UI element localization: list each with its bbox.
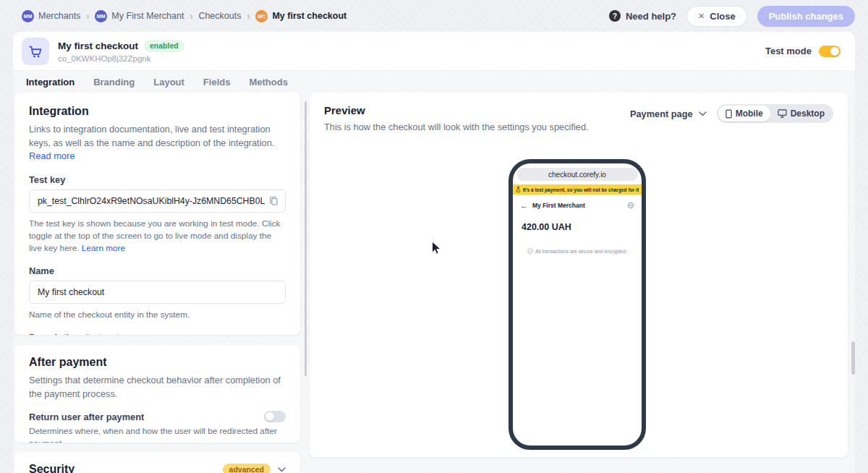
breadcrumb-separator: › bbox=[190, 10, 192, 22]
after-payment-section: After payment Settings that determine ch… bbox=[14, 345, 300, 443]
description-label: DescriptionOptional bbox=[29, 332, 286, 335]
device-segmented-control: Mobile Desktop bbox=[717, 104, 833, 123]
name-field-wrap bbox=[29, 281, 286, 304]
preview-title: Preview bbox=[324, 104, 589, 116]
breadcrumb-checkouts-label: Checkouts bbox=[198, 11, 241, 21]
question-icon: ? bbox=[609, 10, 621, 22]
desktop-toggle-button[interactable]: Desktop bbox=[770, 106, 832, 122]
breadcrumb-current-checkout[interactable]: MC My first checkout bbox=[255, 10, 346, 22]
test-key-field-wrap bbox=[29, 189, 286, 213]
integration-section: Integration Links to integration documen… bbox=[14, 93, 300, 335]
read-more-link[interactable]: Read more bbox=[29, 150, 75, 161]
tab-branding[interactable]: Branding bbox=[93, 77, 135, 94]
main-container: My first checkout enabled co_0KWKHOp8j32… bbox=[13, 32, 855, 473]
after-payment-title: After payment bbox=[29, 356, 286, 369]
breadcrumb-merchants-label: Merchants bbox=[38, 11, 80, 21]
merchants-avatar: MM bbox=[22, 10, 34, 22]
preview-page-select[interactable]: Payment page bbox=[630, 108, 707, 119]
return-user-toggle[interactable] bbox=[264, 411, 286, 422]
publish-changes-button[interactable]: Publish changes bbox=[757, 6, 855, 27]
preview-scrollbar[interactable] bbox=[851, 341, 855, 375]
cart-icon bbox=[22, 38, 49, 65]
breadcrumb-checkouts[interactable]: Checkouts bbox=[198, 11, 241, 21]
test-key-label: Test key bbox=[29, 174, 286, 185]
breadcrumb-my-first-merchant[interactable]: MM My First Merchant bbox=[95, 10, 184, 22]
preview-panel: Preview This is how the checkout will lo… bbox=[310, 93, 848, 457]
security-title: Security bbox=[29, 463, 75, 473]
phone-mockup: checkout.corefy.io It's a test payment, … bbox=[509, 159, 646, 450]
test-payment-banner: It's a test payment, so you will not be … bbox=[513, 184, 642, 195]
flask-icon bbox=[516, 187, 521, 192]
test-mode-label: Test mode bbox=[765, 46, 812, 56]
after-payment-description: Settings that determine checkout behavio… bbox=[29, 374, 286, 401]
name-input[interactable] bbox=[29, 281, 286, 304]
tab-fields[interactable]: Fields bbox=[203, 77, 231, 94]
shield-icon bbox=[527, 248, 533, 255]
toggle-knob bbox=[830, 47, 839, 56]
topbar-actions: ? Need help? ✕ Close Publish changes bbox=[609, 6, 855, 27]
breadcrumb-separator: › bbox=[247, 10, 250, 22]
merchant-name: My First Merchant bbox=[532, 202, 585, 209]
chevron-down-icon[interactable] bbox=[278, 467, 286, 472]
checkout-header: My first checkout enabled co_0KWKHOp8j32… bbox=[13, 32, 855, 71]
return-user-label: Return user after payment bbox=[29, 412, 144, 422]
test-banner-text: It's a test payment, so you will not be … bbox=[523, 187, 639, 192]
breadcrumb-separator: › bbox=[86, 10, 89, 22]
phone-url-bar: checkout.corefy.io bbox=[516, 168, 638, 181]
desktop-icon bbox=[778, 109, 787, 118]
checkout-title: My first checkout bbox=[58, 41, 138, 51]
integration-title: Integration bbox=[29, 105, 286, 118]
merchant-avatar: MM bbox=[95, 10, 107, 22]
need-help-button[interactable]: ? Need help? bbox=[609, 10, 676, 22]
tab-integration[interactable]: Integration bbox=[26, 77, 75, 94]
back-arrow-icon[interactable]: ← bbox=[520, 201, 528, 210]
security-section[interactable]: Security advanced bbox=[14, 452, 300, 473]
copy-icon[interactable] bbox=[268, 195, 279, 209]
mobile-label: Mobile bbox=[736, 108, 763, 119]
breadcrumb-current-label: My first checkout bbox=[272, 11, 346, 21]
breadcrumb-merchant-label: My First Merchant bbox=[111, 11, 184, 21]
breadcrumb-merchants[interactable]: MM Merchants bbox=[22, 10, 80, 22]
test-key-help-text: The test key is shown because you are wo… bbox=[29, 218, 281, 253]
payment-amount: 420.00 UAH bbox=[513, 210, 642, 232]
secure-note-text: All transactions are secure and encrypte… bbox=[535, 249, 627, 254]
desktop-label: Desktop bbox=[791, 108, 825, 119]
tab-bar: Integration Branding Layout Fields Metho… bbox=[26, 77, 288, 94]
mobile-icon bbox=[726, 109, 732, 119]
name-label: Name bbox=[29, 265, 286, 276]
name-help: Name of the checkout entity in the syste… bbox=[29, 309, 286, 321]
mobile-toggle-button[interactable]: Mobile bbox=[718, 106, 770, 122]
close-icon: ✕ bbox=[698, 12, 705, 21]
description-label-text: Description bbox=[29, 332, 80, 335]
integration-description-text: Links to integration documentation, live… bbox=[29, 124, 274, 148]
test-key-help: The test key is shown because you are wo… bbox=[29, 218, 286, 255]
topbar: MM Merchants › MM My First Merchant › Ch… bbox=[0, 0, 868, 32]
close-button[interactable]: ✕ Close bbox=[686, 6, 747, 27]
integration-description: Links to integration documentation, live… bbox=[29, 123, 286, 163]
checkout-avatar: MC bbox=[255, 10, 268, 22]
breadcrumb: MM Merchants › MM My First Merchant › Ch… bbox=[22, 10, 346, 22]
test-mode-toggle[interactable] bbox=[819, 46, 841, 57]
advanced-badge: advanced bbox=[223, 464, 271, 473]
return-user-help: Determines where, when and how the user … bbox=[29, 425, 286, 443]
toggle-knob bbox=[265, 412, 274, 421]
tab-layout[interactable]: Layout bbox=[153, 77, 184, 94]
globe-icon[interactable] bbox=[627, 202, 634, 209]
secure-note: All transactions are secure and encrypte… bbox=[513, 248, 642, 255]
need-help-label: Need help? bbox=[626, 11, 676, 22]
tab-methods[interactable]: Methods bbox=[249, 77, 287, 94]
checkout-entity-id: co_0KWKHOp8j32Zpgnk bbox=[58, 54, 184, 63]
learn-more-link[interactable]: Learn more bbox=[82, 243, 125, 253]
status-badge: enabled bbox=[144, 40, 184, 52]
left-panel-scrollbar[interactable] bbox=[305, 101, 307, 376]
close-label: Close bbox=[710, 11, 735, 22]
page-select-value: Payment page bbox=[630, 108, 693, 119]
preview-description: This is how the checkout will look with … bbox=[324, 122, 589, 132]
chevron-down-icon bbox=[699, 111, 707, 116]
optional-hint: Optional bbox=[84, 332, 119, 335]
test-key-input[interactable] bbox=[29, 189, 286, 213]
